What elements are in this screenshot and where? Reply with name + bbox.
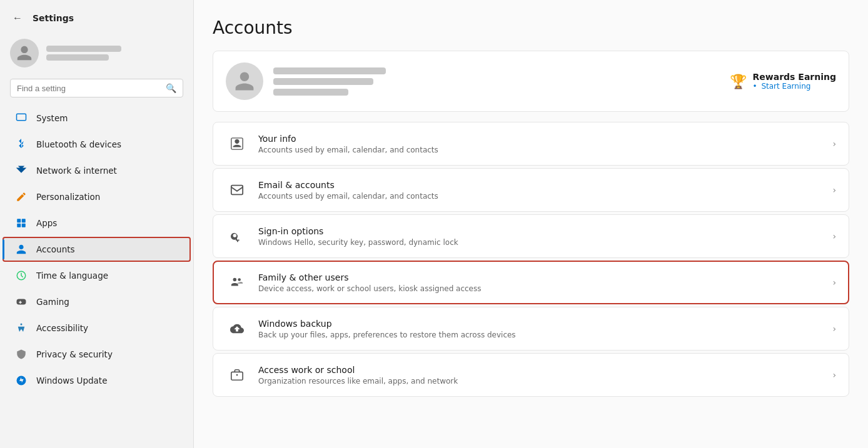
rewards-section: 🏆 Rewards Earning • Start Earning	[730, 72, 836, 91]
sidebar-item-time[interactable]: Time & language	[3, 263, 191, 288]
sidebar-item-system-label: System	[36, 113, 68, 123]
card-title-family-users: Family & other users	[258, 272, 822, 282]
settings-title: Settings	[33, 13, 74, 23]
sidebar-item-gaming[interactable]: Gaming	[3, 289, 191, 314]
backup-icon	[226, 317, 248, 340]
key-icon	[226, 225, 248, 247]
sidebar-item-apps[interactable]: Apps	[3, 211, 191, 236]
accessibility-icon	[15, 322, 28, 334]
briefcase-icon	[226, 364, 248, 386]
chevron-right-icon: ›	[832, 139, 836, 149]
sidebar-item-update[interactable]: Windows Update	[3, 368, 191, 393]
sidebar-item-network-label: Network & internet	[36, 166, 117, 176]
username-blur-1	[46, 46, 121, 52]
chevron-right-icon: ›	[832, 324, 836, 334]
sidebar-item-system[interactable]: System	[3, 106, 191, 131]
personalization-icon	[15, 191, 28, 203]
chevron-right-icon: ›	[832, 370, 836, 380]
user-profile-section	[0, 32, 193, 76]
sidebar-item-bluetooth[interactable]: Bluetooth & devices	[3, 132, 191, 157]
update-icon	[15, 374, 28, 387]
settings-card-your-info[interactable]: Your info Accounts used by email, calend…	[213, 122, 849, 166]
search-box[interactable]: 🔍	[10, 79, 183, 97]
card-text-family-users: Family & other users Device access, work…	[258, 272, 822, 293]
user-card-info	[273, 67, 720, 96]
settings-card-signin-options[interactable]: Sign-in options Windows Hello, security …	[213, 214, 849, 258]
rewards-dot: •	[753, 82, 757, 91]
accounts-icon	[15, 243, 28, 256]
time-icon	[15, 269, 28, 282]
chevron-right-icon: ›	[832, 231, 836, 241]
family-icon	[226, 271, 248, 294]
svg-point-6	[21, 324, 23, 326]
privacy-icon	[15, 348, 28, 361]
sidebar-item-apps-label: Apps	[36, 218, 57, 228]
sidebar-item-privacy-label: Privacy & security	[36, 349, 113, 359]
gaming-icon	[15, 296, 28, 308]
svg-rect-2	[22, 219, 26, 222]
sidebar-item-accessibility-label: Accessibility	[36, 323, 88, 333]
sidebar: ← Settings 🔍 System Bluetooth & d	[0, 0, 194, 448]
nav-items: System Bluetooth & devices Network & int…	[0, 102, 193, 396]
card-text-email-accounts: Email & accounts Accounts used by email,…	[258, 180, 822, 201]
sidebar-item-accounts-label: Accounts	[36, 244, 75, 254]
sidebar-item-gaming-label: Gaming	[36, 297, 69, 307]
sidebar-item-accounts[interactable]: Accounts	[3, 237, 191, 262]
rewards-text: Rewards Earning • Start Earning	[753, 72, 836, 91]
settings-card-family-users[interactable]: Family & other users Device access, work…	[213, 261, 849, 304]
rewards-title: Rewards Earning	[753, 72, 836, 82]
card-desc-your-info: Accounts used by email, calendar, and co…	[258, 146, 822, 154]
search-button[interactable]: 🔍	[166, 83, 176, 93]
card-desc-signin-options: Windows Hello, security key, password, d…	[258, 238, 822, 247]
card-text-access-work: Access work or school Organization resou…	[258, 365, 822, 386]
settings-card-windows-backup[interactable]: Windows backup Back up your files, apps,…	[213, 307, 849, 351]
card-desc-windows-backup: Back up your files, apps, preferences to…	[258, 331, 822, 339]
username-blur-2	[46, 54, 109, 61]
svg-rect-1	[17, 219, 21, 222]
user-info-card: 🏆 Rewards Earning • Start Earning	[213, 51, 849, 112]
svg-point-10	[238, 278, 241, 281]
settings-cards-container: Your info Accounts used by email, calend…	[213, 122, 849, 397]
user-card-blur-3	[273, 89, 348, 96]
card-title-windows-backup: Windows backup	[258, 319, 822, 329]
sidebar-item-update-label: Windows Update	[36, 376, 107, 386]
main-user-icon	[233, 70, 256, 92]
search-input[interactable]	[17, 84, 161, 93]
svg-rect-4	[22, 224, 26, 227]
card-title-signin-options: Sign-in options	[258, 226, 822, 236]
main-user-avatar	[226, 62, 263, 100]
rewards-sub: • Start Earning	[753, 82, 836, 91]
card-title-your-info: Your info	[258, 134, 822, 144]
rewards-icon: 🏆	[730, 74, 747, 89]
sidebar-item-bluetooth-label: Bluetooth & devices	[36, 139, 121, 149]
user-icon	[16, 44, 33, 62]
sidebar-item-network[interactable]: Network & internet	[3, 158, 191, 183]
svg-rect-8	[231, 186, 243, 195]
card-text-your-info: Your info Accounts used by email, calend…	[258, 134, 822, 154]
apps-icon	[15, 217, 28, 229]
page-title: Accounts	[213, 17, 849, 38]
settings-card-email-accounts[interactable]: Email & accounts Accounts used by email,…	[213, 168, 849, 212]
sidebar-item-privacy[interactable]: Privacy & security	[3, 342, 191, 367]
card-desc-family-users: Device access, work or school users, kio…	[258, 284, 822, 293]
user-card-blur-1	[273, 67, 386, 74]
chevron-right-icon: ›	[832, 185, 836, 195]
sidebar-item-accessibility[interactable]: Accessibility	[3, 316, 191, 341]
envelope-icon	[226, 179, 248, 201]
card-title-email-accounts: Email & accounts	[258, 180, 822, 190]
user-name-blurred	[46, 46, 121, 61]
card-desc-access-work: Organization resources like email, apps,…	[258, 377, 822, 386]
svg-rect-3	[17, 224, 21, 227]
back-button[interactable]: ←	[10, 10, 25, 26]
network-icon	[15, 164, 28, 177]
bluetooth-icon	[15, 138, 28, 151]
card-desc-email-accounts: Accounts used by email, calendar, and co…	[258, 192, 822, 201]
user-card-blur-2	[273, 78, 373, 85]
person-card-icon	[226, 132, 248, 155]
svg-point-9	[233, 278, 237, 282]
sidebar-item-personalization[interactable]: Personalization	[3, 184, 191, 209]
svg-rect-0	[17, 114, 26, 121]
sidebar-item-time-label: Time & language	[36, 271, 108, 281]
settings-card-access-work[interactable]: Access work or school Organization resou…	[213, 353, 849, 397]
card-text-windows-backup: Windows backup Back up your files, apps,…	[258, 319, 822, 339]
